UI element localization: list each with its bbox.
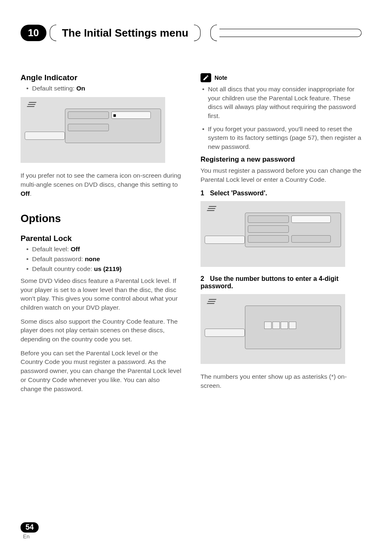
chapter-header: 10 The Initial Settings menu (21, 25, 362, 41)
angle-para-bold: Off (21, 190, 30, 197)
angle-para-post: . (30, 190, 31, 197)
mock-slot-selected (111, 111, 151, 119)
mock-slot (68, 124, 109, 131)
note-label: Note (214, 74, 227, 81)
page-number-badge: 54 (21, 522, 39, 533)
pl-label: Default country code: (32, 265, 94, 272)
title-right-bracket (194, 25, 201, 41)
hamburger-icon (208, 299, 215, 304)
angle-paragraph: If you prefer not to see the camera icon… (21, 171, 182, 198)
pl-value: none (85, 255, 100, 262)
parental-default-country: Default country code: us (2119) (32, 264, 182, 273)
left-column: Angle Indicator Default setting: On If (21, 73, 182, 398)
hamburger-icon (208, 206, 215, 211)
pl-label: Default password: (32, 255, 85, 262)
parental-para-2: Some discs also support the Country Code… (21, 317, 182, 344)
hamburger-icon (28, 102, 35, 107)
note-pencil-icon (201, 73, 211, 82)
step-2-num: 2 (201, 275, 204, 282)
angle-indicator-heading: Angle Indicator (21, 73, 182, 82)
angle-para-pre: If you prefer not to see the camera icon… (21, 172, 181, 188)
password-digit-boxes (264, 322, 296, 329)
password-entry-ui-mock (201, 294, 345, 364)
step-1: 1Select 'Password'. (201, 190, 362, 197)
caret-icon (113, 114, 116, 117)
pl-value: Off (71, 246, 80, 253)
mock-side-item (25, 132, 65, 140)
step-1-text: Select 'Password'. (210, 190, 267, 197)
mock-slot (68, 111, 109, 119)
chapter-title-wrap: The Initial Settings menu (50, 25, 362, 41)
password-after-para: The numbers you enter show up as asteris… (201, 372, 362, 390)
mock-slot (291, 235, 331, 243)
mock-main-panel (245, 213, 341, 247)
mock-slot (248, 235, 289, 243)
title-spacer-bracket (210, 25, 217, 41)
digit-box (272, 322, 280, 329)
digit-box (264, 322, 272, 329)
parental-para-3: Before you can set the Parental Lock lev… (21, 349, 182, 393)
chapter-title: The Initial Settings menu (56, 27, 194, 39)
angle-default-label: Default setting: (32, 85, 76, 92)
parental-default-level: Default level: Off (32, 245, 182, 254)
step-1-num: 1 (201, 190, 204, 197)
step-2-text: Use the number buttons to enter a 4-digi… (201, 275, 339, 290)
note-header: Note (201, 73, 362, 82)
angle-default-bullet: Default setting: On (32, 84, 182, 93)
register-heading: Registering a new password (201, 155, 362, 164)
register-intro: You must register a password before you … (201, 166, 362, 184)
note-bullet-1: Not all discs that you may consider inap… (208, 85, 362, 120)
chapter-number-badge: 10 (21, 25, 46, 41)
page-lang: En (23, 533, 39, 540)
title-rule (219, 29, 362, 37)
note-bullet-2: If you forget your password, you'll need… (208, 125, 362, 151)
title-left-bracket (50, 25, 56, 41)
angle-default-value: On (76, 85, 85, 92)
digit-box (281, 322, 288, 329)
mock-slot (248, 215, 289, 223)
angle-ui-mock (21, 97, 165, 163)
parental-para-1: Some DVD Video discs feature a Parental … (21, 276, 182, 312)
parental-lock-heading: Parental Lock (21, 234, 182, 243)
step-2: 2Use the number buttons to enter a 4-dig… (201, 275, 362, 290)
pl-label: Default level: (32, 246, 71, 253)
mock-side-item (205, 329, 245, 337)
parental-default-password: Default password: none (32, 255, 182, 264)
right-column: Note Not all discs that you may consider… (201, 73, 362, 398)
mock-slot-selected (291, 215, 331, 223)
digit-box (289, 322, 296, 329)
password-select-ui-mock (201, 201, 345, 267)
page-footer: 54 En (21, 522, 39, 540)
mock-main-panel (65, 109, 161, 143)
mock-slot (248, 225, 289, 233)
mock-main-panel (245, 306, 341, 349)
mock-side-item (205, 236, 245, 244)
options-heading: Options (21, 212, 182, 225)
pl-value: us (2119) (94, 265, 122, 272)
